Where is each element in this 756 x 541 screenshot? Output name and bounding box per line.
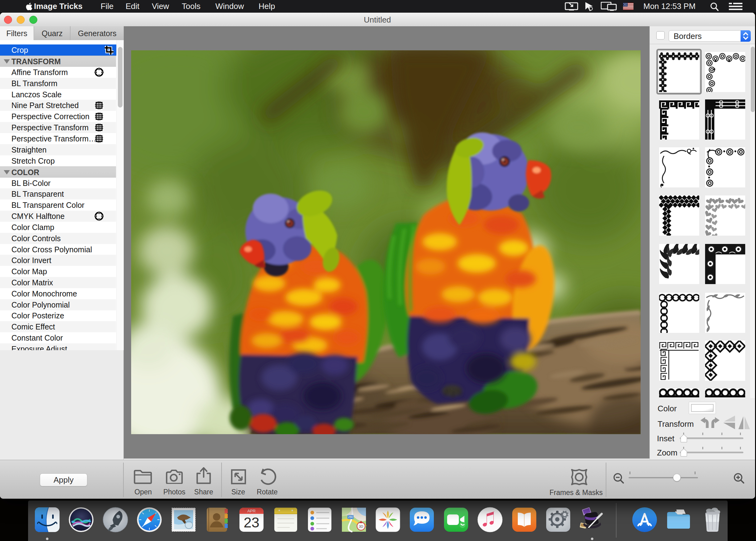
svg-text:280: 280 [348,515,353,519]
svg-text:APR: APR [247,509,256,513]
svg-text:23: 23 [243,514,259,530]
svg-text:3D: 3D [359,525,363,528]
